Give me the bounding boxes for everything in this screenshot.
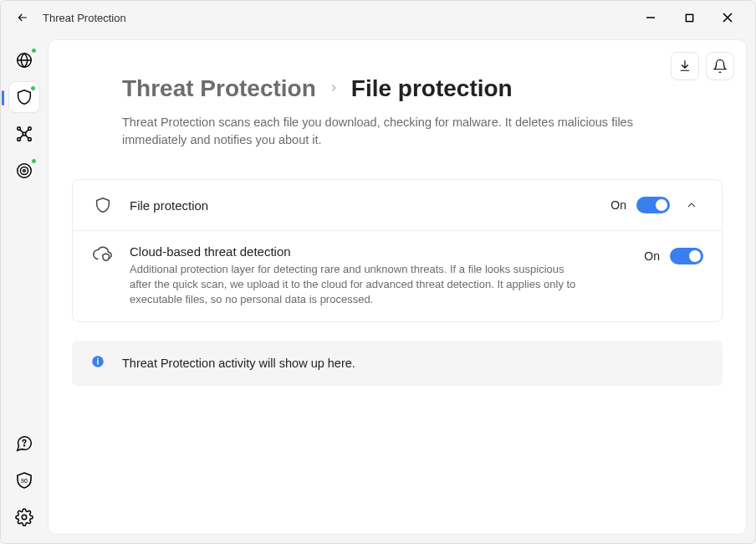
svg-text:90: 90 [21,478,28,484]
setting-description: Additional protection layer for detectin… [130,262,581,308]
svg-point-6 [28,138,32,141]
chevron-up-icon [685,198,698,212]
cloud-shield-icon [91,246,115,263]
breadcrumb: Threat Protection File protection [122,75,723,102]
page-description: Threat Protection scans each file you do… [122,114,689,149]
sidebar: 90 [1,34,48,543]
settings-group: File protection On Cloud-based threat de… [72,179,723,322]
svg-point-7 [18,164,32,178]
toggle-status-label: On [644,249,660,263]
shield-outline-icon [91,196,115,214]
minimize-icon [646,13,656,23]
target-icon [15,162,33,180]
window-title: Threat Protection [43,12,126,24]
shield-days-icon: 90 [14,470,34,490]
svg-point-10 [24,445,25,446]
svg-point-5 [18,138,21,141]
setting-cloud-detection: Cloud-based threat detection Additional … [73,230,722,321]
content-area: Threat Protection File protection Threat… [48,39,747,535]
breadcrumb-root[interactable]: Threat Protection [122,75,316,102]
status-dot [31,158,37,164]
download-icon [677,59,692,74]
maximize-icon [685,13,694,23]
help-chat-icon [15,434,33,453]
sidebar-item-days-left[interactable]: 90 [8,464,40,496]
svg-point-12 [22,515,27,520]
status-dot [31,48,37,54]
setting-title: File protection [130,198,595,213]
gear-icon [15,508,33,526]
info-text: Threat Protection activity will show up … [122,357,355,370]
status-dot [30,85,36,91]
svg-point-3 [28,127,32,131]
setting-file-protection: File protection On [73,180,722,230]
sidebar-item-threat-protection[interactable] [8,81,40,113]
svg-point-4 [23,132,26,136]
arrow-left-icon [16,11,29,24]
svg-rect-0 [686,14,692,21]
sidebar-item-meshnet[interactable] [8,118,40,150]
back-button[interactable] [9,4,36,31]
cloud-detection-toggle[interactable] [670,248,703,264]
minimize-button[interactable] [631,4,670,31]
collapse-button[interactable] [680,193,703,217]
titlebar: Threat Protection [1,1,755,34]
activity-info-banner: Threat Protection activity will show up … [72,341,723,386]
breadcrumb-current: File protection [351,75,513,102]
toggle-status-label: On [610,198,626,212]
download-button[interactable] [671,52,699,80]
svg-point-8 [20,167,28,174]
info-icon [90,354,105,372]
sidebar-item-darkweb[interactable] [8,155,40,187]
setting-title: Cloud-based threat detection [130,244,629,259]
sidebar-item-vpn[interactable] [8,44,40,76]
chevron-right-icon [328,80,340,98]
svg-point-9 [23,170,26,172]
notifications-button[interactable] [706,52,734,80]
mesh-icon [15,125,33,143]
globe-icon [15,51,33,69]
close-button[interactable] [708,4,747,31]
bell-icon [713,59,728,74]
sidebar-item-help[interactable] [8,428,40,459]
close-icon [723,13,733,23]
sidebar-item-settings[interactable] [8,501,40,533]
maximize-button[interactable] [670,4,708,31]
file-protection-toggle[interactable] [636,197,670,213]
svg-point-2 [18,127,21,131]
window-controls [631,4,747,31]
